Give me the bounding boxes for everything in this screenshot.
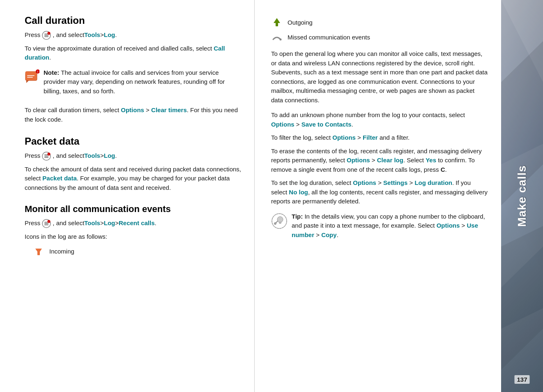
- main-content: Call duration Press ! , and select Tools: [0, 0, 543, 392]
- call-duration-para2: To clear call duration timers, select Op…: [25, 106, 241, 124]
- right-column: Outgoing Missed communication events To …: [255, 0, 501, 392]
- left-column: Call duration Press ! , and select Tools: [0, 0, 255, 392]
- svg-text:!: !: [49, 221, 49, 223]
- menu-icon-2: !: [42, 152, 51, 161]
- packet-data-heading: Packet data: [25, 136, 241, 147]
- packet-data-press-line: Press ! , and select Tools > Log .: [25, 151, 241, 161]
- monitor-para1: Icons in the log are as follows:: [25, 232, 241, 242]
- outgoing-label: Outgoing: [288, 19, 313, 26]
- svg-rect-16: [44, 157, 48, 158]
- svg-rect-15: [44, 156, 48, 157]
- press-suffix-2: , and select: [53, 151, 84, 161]
- call-duration-press-line: Press ! , and select Tools > Log .: [25, 30, 241, 40]
- svg-marker-27: [274, 18, 280, 23]
- press-label-2: Press: [25, 151, 40, 161]
- monitor-heading: Monitor all communication events: [25, 204, 241, 214]
- svg-rect-7: [25, 71, 37, 74]
- svg-marker-8: [26, 81, 29, 83]
- missed-icon-row: Missed communication events: [271, 31, 488, 43]
- svg-rect-10: [27, 77, 33, 78]
- tools-label-1: Tools: [84, 30, 100, 40]
- note-text: Note: The actual invoice for calls and s…: [44, 68, 241, 96]
- tip-text: Tip: In the details view, you can copy a…: [292, 212, 488, 240]
- right-para5: To set the log duration, select Options …: [271, 178, 488, 206]
- packet-data-para1: To check the amount of data sent and rec…: [25, 165, 241, 193]
- svg-rect-2: [44, 35, 48, 36]
- menu-icon-3: !: [42, 219, 51, 228]
- log-label-1: Log: [104, 30, 115, 40]
- incoming-call-icon: [33, 245, 44, 257]
- missed-label: Missed communication events: [288, 34, 370, 41]
- right-para4: To erase the contents of the log, recent…: [271, 147, 488, 175]
- sidebar-label: Make calls: [515, 165, 529, 227]
- svg-point-29: [280, 39, 282, 41]
- menu-icon-1: !: [42, 31, 51, 40]
- svg-rect-22: [44, 225, 48, 226]
- call-duration-heading: Call duration: [25, 15, 241, 26]
- svg-rect-21: [44, 223, 48, 224]
- svg-text:!: !: [49, 153, 49, 155]
- monitor-press-line: Press ! , and select Tools > Log >: [25, 219, 241, 228]
- incoming-label: Incoming: [49, 248, 74, 255]
- svg-rect-28: [276, 23, 278, 26]
- right-para1: To open the general log where you can mo…: [271, 49, 488, 105]
- svg-rect-9: [27, 75, 35, 76]
- incoming-icon-row: Incoming: [25, 245, 241, 257]
- svg-point-32: [277, 217, 283, 222]
- note-box: ! Note: The actual invoice for calls and…: [25, 68, 241, 100]
- sidebar: Make calls 137: [501, 0, 543, 392]
- log-label-2: Log: [104, 151, 115, 161]
- outgoing-icon-row: Outgoing: [271, 16, 488, 28]
- note-icon: !: [25, 69, 39, 84]
- svg-rect-26: [37, 252, 40, 255]
- monitor-section: Monitor all communication events Press !…: [25, 204, 241, 257]
- packet-data-section: Packet data Press ! , and select Tools >: [25, 136, 241, 192]
- press-suffix-1: , and select: [53, 30, 84, 40]
- tools-label-2: Tools: [84, 151, 100, 161]
- press-label-1: Press: [25, 30, 40, 40]
- call-duration-section: Call duration Press ! , and select Tools: [25, 15, 241, 124]
- svg-text:!: !: [49, 32, 49, 35]
- right-para2: To add an unknown phone number from the …: [271, 111, 488, 129]
- svg-rect-33: [279, 222, 281, 223]
- page-number: 137: [514, 375, 529, 384]
- right-para3: To filter the log, select Options > Filt…: [271, 133, 488, 143]
- call-duration-para1: To view the approximate duration of rece…: [25, 44, 241, 62]
- svg-rect-34: [279, 223, 281, 224]
- missed-call-icon: [271, 31, 283, 43]
- gt1-1: >: [100, 30, 104, 40]
- tip-icon: [271, 213, 288, 229]
- svg-point-36: [274, 222, 276, 224]
- tip-box: Tip: In the details view, you can copy a…: [271, 212, 488, 244]
- outgoing-call-icon: [271, 16, 283, 28]
- svg-rect-3: [44, 37, 48, 37]
- svg-text:!: !: [37, 70, 38, 73]
- press-label-3: Press: [25, 219, 40, 228]
